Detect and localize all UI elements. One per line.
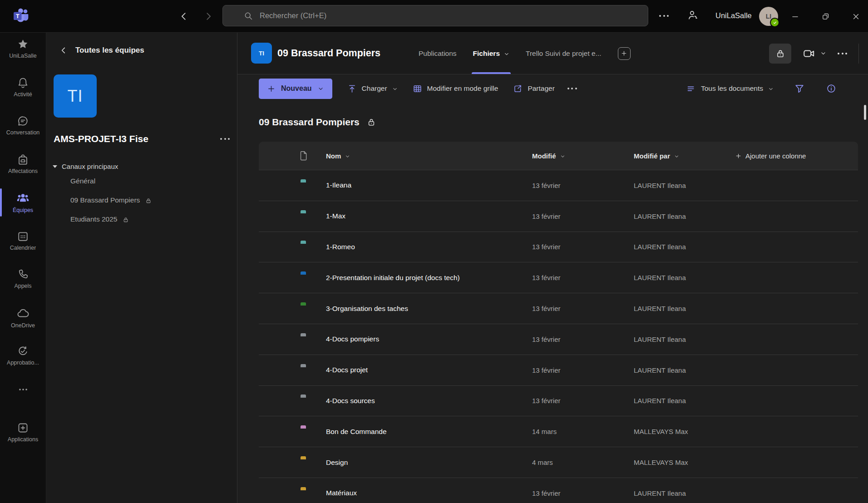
rail-item-label: Appels [14,283,31,289]
file-name[interactable]: 1-Romeo [326,243,532,251]
people-icon[interactable] [686,9,698,21]
view-lines-icon [686,84,696,94]
calendar-icon [17,230,29,242]
file-name[interactable]: 4-Docs projet [326,366,532,374]
file-name[interactable]: 1-Max [326,212,532,220]
lock-icon [367,118,376,127]
info-button[interactable] [826,84,836,94]
team-more-button[interactable] [218,136,232,142]
table-row[interactable]: 1-Ileana 13 février LAURENT Ileana [259,170,858,201]
titlebar-more-button[interactable] [659,15,669,17]
rail-item-appels[interactable]: Appels [0,263,46,301]
rail-item-affectations[interactable]: Affectations [0,148,46,187]
filter-button[interactable] [794,84,804,94]
grid-icon [413,84,422,94]
scrollbar-thumb[interactable] [864,105,866,120]
tab-publications[interactable]: Publications [419,33,457,74]
file-modified-by[interactable]: LAURENT Ileana [634,335,735,343]
add-tab-button[interactable] [618,47,631,60]
file-modified-by[interactable]: LAURENT Ileana [634,397,735,404]
all-teams-back[interactable]: Toutes les équipes [59,46,144,55]
file-name[interactable]: Design [326,459,532,467]
file-modified-by[interactable]: LAURENT Ileana [634,305,735,312]
cloud-icon [16,307,30,320]
table-row[interactable]: Matériaux 13 février LAURENT Ileana [259,478,858,503]
toolbar-more-button[interactable] [567,88,577,89]
file-name[interactable]: 4-Docs pompiers [326,335,532,343]
rail-item-calendrier[interactable]: Calendrier [0,225,46,263]
organization-name[interactable]: UniLaSalle [715,11,752,20]
table-row[interactable]: 4-Docs projet 13 février LAURENT Ileana [259,355,858,385]
table-row[interactable]: 4-Docs sources 13 février LAURENT Ileana [259,385,858,416]
channel-item-general[interactable]: Général [46,172,237,191]
files-toolbar: Nouveau Charger Modifier en mode grille … [237,74,868,103]
column-header-modified[interactable]: Modifié [532,152,634,160]
table-row[interactable]: Design 4 mars MALLEVAYS Max [259,447,858,478]
file-modified: 13 février [532,212,634,220]
file-name[interactable]: Matériaux [326,489,532,497]
edit-in-grid-label: Modifier en mode grille [427,84,498,93]
rail-item-more[interactable] [0,378,46,417]
app-rail: UniLaSalleActivitéConversationAffectatio… [0,33,46,503]
table-row[interactable]: Bon de Commande 14 mars MALLEVAYS Max [259,416,858,447]
add-column-button[interactable]: Ajouter une colonne [735,152,858,160]
upload-button[interactable]: Charger [347,84,398,94]
channel-main: TI 09 Brassard Pompiers PublicationsFich… [237,33,868,503]
file-modified-by[interactable]: LAURENT Ileana [634,182,735,189]
document-type-column[interactable] [259,150,326,161]
rail-item-equipes[interactable]: Équipes [0,186,46,225]
file-modified-by[interactable]: LAURENT Ileana [634,274,735,281]
rail-item-applications[interactable]: Applications [0,416,46,455]
file-modified-by[interactable]: LAURENT Ileana [634,212,735,220]
meet-now-button[interactable] [803,47,826,60]
table-row[interactable]: 3-Organisation des taches 13 février LAU… [259,293,858,324]
tab-trello-suivi-de-projet-e[interactable]: Trello Suivi de projet e... [526,33,602,74]
file-name[interactable]: 2-Presentation initiale du projet (docs … [326,274,532,282]
file-name[interactable]: Bon de Commande [326,428,532,436]
rail-item-approbatio[interactable]: Approbatio... [0,340,46,378]
rail-item-unilasalle[interactable]: UniLaSalle [0,33,46,71]
table-row[interactable]: 2-Presentation initiale du projet (docs … [259,262,858,293]
channels-group-header[interactable]: Canaux principaux [53,163,118,170]
channel-item-09-brassard-pompiers[interactable]: 09 Brassard Pompiers [46,191,237,210]
table-row[interactable]: 1-Max 13 février LAURENT Ileana [259,201,858,232]
column-header-name[interactable]: Nom [326,152,532,160]
table-row[interactable]: 4-Docs pompiers 13 février LAURENT Ilean… [259,324,858,355]
channel-more-button[interactable] [838,53,847,54]
channel-lock-button[interactable] [769,44,791,64]
rail-item-onedrive[interactable]: OneDrive [0,301,46,340]
rail-item-activite[interactable]: Activité [0,71,46,110]
edit-in-grid-button[interactable]: Modifier en mode grille [413,84,498,94]
column-header-modified-by[interactable]: Modifié par [634,152,735,160]
search-input[interactable] [259,11,578,20]
channel-item-etudiants-2025[interactable]: Etudiants 2025 [46,210,237,229]
file-name[interactable]: 4-Docs sources [326,397,532,405]
phone-icon [17,268,29,281]
all-teams-label: Toutes les équipes [75,46,144,55]
channel-list: Général09 Brassard PompiersEtudiants 202… [46,172,237,229]
file-modified-by[interactable]: MALLEVAYS Max [634,459,735,466]
file-modified-by[interactable]: LAURENT Ileana [634,366,735,374]
avatar[interactable]: LI [759,7,778,26]
file-modified-by[interactable]: LAURENT Ileana [634,489,735,497]
team-avatar-tile[interactable]: TI [54,74,97,118]
file-name[interactable]: 3-Organisation des taches [326,305,532,313]
file-name[interactable]: 1-Ileana [326,181,532,189]
forward-button[interactable] [202,10,215,23]
restore-window-button[interactable] [818,9,833,24]
presence-available-icon [770,18,779,27]
back-chevron-icon [59,46,68,54]
table-row[interactable]: 1-Romeo 13 février LAURENT Ileana [259,232,858,262]
search-bar[interactable] [222,5,648,26]
chevron-down-icon [392,86,398,92]
share-button[interactable]: Partager [513,84,554,94]
file-modified-by[interactable]: LAURENT Ileana [634,243,735,251]
tab-fichiers[interactable]: Fichiers [473,33,509,74]
back-button[interactable] [177,10,191,23]
file-modified-by[interactable]: MALLEVAYS Max [634,428,735,435]
close-button[interactable] [848,9,863,24]
minimize-button[interactable] [788,9,802,24]
view-selector[interactable]: Tous les documents [686,84,774,94]
new-button[interactable]: Nouveau [259,79,332,99]
rail-item-conversation[interactable]: Conversation [0,109,46,148]
